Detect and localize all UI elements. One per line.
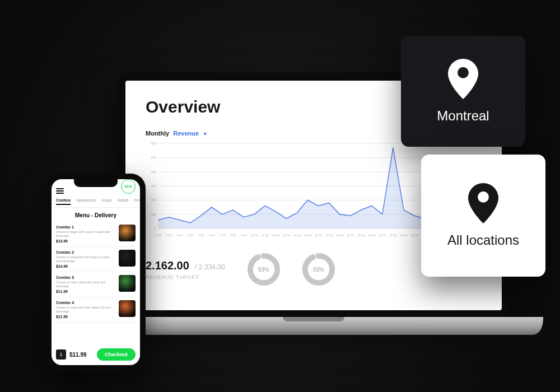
laptop-base bbox=[84, 317, 543, 335]
chevron-down-icon: ▾ bbox=[204, 131, 207, 137]
cart-bar: 1 $11.99 Checkout bbox=[56, 348, 136, 361]
svg-text:24 Jul: 24 Jul bbox=[400, 234, 407, 237]
chart-label-link[interactable]: Revenue bbox=[173, 130, 199, 137]
menu-title: Menu - Delivery bbox=[52, 208, 140, 222]
gauge-2-value: 93% bbox=[302, 253, 335, 286]
menu-item-price: $11.99 bbox=[56, 290, 115, 293]
svg-text:14 Jul: 14 Jul bbox=[293, 234, 301, 237]
menu-item-thumb bbox=[119, 275, 136, 292]
svg-text:8 Jul: 8 Jul bbox=[230, 234, 236, 237]
location-card-montreal[interactable]: Montreal bbox=[401, 36, 525, 147]
kpi-value: 2.162.00 bbox=[146, 259, 189, 272]
svg-text:10 Jul: 10 Jul bbox=[251, 234, 258, 237]
menu-item-price: $11.99 bbox=[56, 315, 115, 319]
svg-text:19 Jul: 19 Jul bbox=[347, 234, 354, 237]
phone-notch bbox=[74, 179, 118, 187]
menu-item-price: $13.99 bbox=[56, 239, 115, 243]
svg-text:3 Jul: 3 Jul bbox=[176, 234, 182, 237]
category-tabs: CombosSandwichesSoupsSaladsSmoothies bbox=[52, 195, 140, 208]
svg-text:500: 500 bbox=[151, 156, 156, 159]
menu-item-thumb bbox=[119, 300, 136, 317]
menu-item-thumb bbox=[119, 250, 136, 267]
menu-item-desc: Choice of main salad with soup and bever… bbox=[56, 281, 115, 288]
hamburger-icon[interactable] bbox=[56, 188, 64, 194]
gauge-1-value: 93% bbox=[248, 253, 280, 286]
svg-text:22 Jul: 22 Jul bbox=[379, 234, 386, 237]
tab-combos[interactable]: Combos bbox=[56, 198, 71, 205]
svg-text:15 Jul: 15 Jul bbox=[304, 234, 311, 237]
phone-screen: NEW CombosSandwichesSoupsSaladsSmoothies… bbox=[52, 179, 140, 365]
svg-point-49 bbox=[458, 67, 469, 78]
menu-item[interactable]: Combo 1Choice of bagel with soup or sala… bbox=[56, 222, 136, 247]
menu-item-price: $14.99 bbox=[56, 264, 115, 268]
tab-sandwiches[interactable]: Sandwiches bbox=[76, 198, 96, 205]
svg-text:6 Jul: 6 Jul bbox=[209, 234, 214, 237]
svg-text:12 Jul: 12 Jul bbox=[272, 234, 279, 237]
menu-item[interactable]: Combo 4Choice of soup with side salads (… bbox=[56, 297, 136, 323]
cart-qty[interactable]: 1 bbox=[56, 349, 66, 360]
svg-text:2 Jul: 2 Jul bbox=[166, 234, 171, 237]
svg-text:200: 200 bbox=[151, 198, 156, 202]
new-badge[interactable]: NEW bbox=[121, 179, 136, 194]
revenue-target-kpi: 2.162.00 / 2.334.00 REVENUE TARGET bbox=[146, 259, 225, 280]
menu-list: Combo 1Choice of bagel with soup or sala… bbox=[52, 222, 140, 323]
gauge-2: 93% bbox=[302, 253, 335, 286]
svg-text:13 Jul: 13 Jul bbox=[283, 234, 290, 237]
menu-item-desc: Choice of bagel with soup or salad and b… bbox=[56, 230, 115, 238]
svg-text:9 Jul: 9 Jul bbox=[241, 234, 246, 237]
chart-label-static: Monthly bbox=[146, 130, 169, 137]
svg-text:600: 600 bbox=[151, 142, 156, 145]
location-label: All locations bbox=[447, 232, 519, 248]
svg-text:11 Jul: 11 Jul bbox=[262, 234, 269, 237]
svg-text:4 Jul: 4 Jul bbox=[188, 234, 193, 237]
menu-item-name: Combo 2 bbox=[56, 250, 115, 255]
menu-item-name: Combo 3 bbox=[56, 275, 115, 280]
menu-item-desc: Choice of sandwich with soup or salad an… bbox=[56, 255, 115, 263]
menu-item-name: Combo 1 bbox=[56, 225, 115, 230]
svg-text:21 Jul: 21 Jul bbox=[368, 234, 375, 237]
menu-item[interactable]: Combo 2Choice of sandwich with soup or s… bbox=[56, 247, 136, 272]
svg-text:400: 400 bbox=[151, 170, 156, 174]
svg-text:5 Jul: 5 Jul bbox=[198, 234, 204, 237]
svg-text:17 Jul: 17 Jul bbox=[325, 234, 333, 237]
svg-text:25 Jul: 25 Jul bbox=[411, 234, 418, 237]
gauge-1: 93% bbox=[248, 253, 280, 286]
svg-text:23 Jul: 23 Jul bbox=[389, 234, 396, 237]
laptop-hinge-notch bbox=[283, 317, 344, 321]
svg-text:300: 300 bbox=[151, 184, 156, 188]
location-pin-icon bbox=[447, 59, 479, 99]
cart-price: $11.99 bbox=[69, 352, 94, 358]
tab-smoothies[interactable]: Smoothies bbox=[134, 198, 140, 205]
menu-item-desc: Choice of soup with side salads (2) and … bbox=[56, 306, 115, 314]
svg-text:100: 100 bbox=[151, 213, 156, 216]
menu-item[interactable]: Combo 3Choice of main salad with soup an… bbox=[56, 272, 136, 297]
tab-salads[interactable]: Salads bbox=[118, 198, 129, 205]
menu-item-thumb bbox=[119, 225, 136, 241]
svg-point-50 bbox=[478, 192, 489, 203]
svg-text:0: 0 bbox=[155, 227, 156, 230]
kpi-target: / 2.334.00 bbox=[195, 263, 225, 271]
location-pin-icon bbox=[468, 183, 499, 223]
kpi-label: REVENUE TARGET bbox=[146, 274, 225, 280]
svg-text:18 Jul: 18 Jul bbox=[336, 234, 343, 237]
location-label: Montreal bbox=[437, 108, 489, 124]
svg-text:20 Jul: 20 Jul bbox=[357, 234, 365, 237]
tab-soups[interactable]: Soups bbox=[101, 198, 111, 205]
menu-item-name: Combo 4 bbox=[56, 300, 115, 305]
svg-text:1 Jul: 1 Jul bbox=[155, 234, 161, 237]
svg-text:16 Jul: 16 Jul bbox=[315, 234, 322, 237]
phone-frame: NEW CombosSandwichesSoupsSaladsSmoothies… bbox=[46, 174, 146, 371]
location-card-all[interactable]: All locations bbox=[421, 155, 545, 277]
checkout-button[interactable]: Checkout bbox=[97, 348, 136, 361]
svg-text:7 Jul: 7 Jul bbox=[220, 234, 225, 237]
